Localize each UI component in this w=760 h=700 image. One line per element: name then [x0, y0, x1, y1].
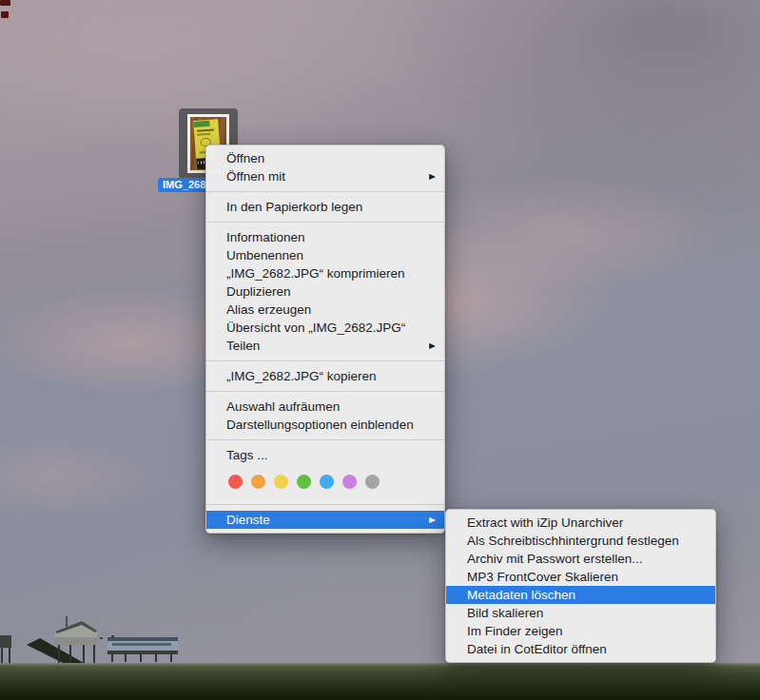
menu-separator — [206, 191, 444, 192]
menu-item-show-view-options[interactable]: Darstellungsoptionen einblenden — [206, 416, 444, 434]
menu-item-copy[interactable]: „IMG_2682.JPG“ kopieren — [206, 367, 444, 385]
submenu-item-open-in-coteditor[interactable]: Datei in CotEditor öffnen — [446, 640, 715, 658]
menu-item-make-alias[interactable]: Alias erzeugen — [206, 301, 444, 319]
menu-item-share[interactable]: Teilen ▶ — [206, 337, 444, 355]
menu-item-rename[interactable]: Umbenennen — [206, 246, 444, 264]
menu-item-get-info[interactable]: Informationen — [206, 228, 444, 246]
menu-separator — [206, 439, 444, 440]
submenu-item-create-password-archive[interactable]: Archiv mit Passwort erstellen... — [446, 550, 715, 568]
tag-color-purple-icon[interactable] — [342, 475, 357, 489]
submenu-item-extract-izip[interactable]: Extract with iZip Unarchiver — [446, 514, 715, 532]
submenu-arrow-icon: ▶ — [429, 512, 436, 528]
menu-separator — [206, 222, 444, 223]
desktop-edge-artifact — [1, 11, 9, 18]
submenu-item-show-in-finder[interactable]: Im Finder zeigen — [446, 622, 715, 640]
wallpaper-stilt-houses — [0, 609, 190, 666]
menu-item-open[interactable]: Öffnen — [206, 149, 444, 167]
submenu-item-set-desktop-picture[interactable]: Als Schreibtischhintergrund festlegen — [446, 532, 715, 550]
menu-item-compress[interactable]: „IMG_2682.JPG“ komprimieren — [206, 264, 444, 282]
tag-color-yellow-icon[interactable] — [274, 475, 288, 489]
tag-color-orange-icon[interactable] — [251, 475, 265, 489]
submenu-arrow-icon: ▶ — [429, 338, 436, 354]
menu-separator — [206, 504, 444, 505]
wallpaper-marsh-grass — [0, 663, 760, 700]
menu-item-tags[interactable]: Tags ... — [206, 446, 444, 464]
menu-item-quick-look[interactable]: Übersicht von „IMG_2682.JPG“ — [206, 319, 444, 337]
menu-item-clean-up-selection[interactable]: Auswahl aufräumen — [206, 398, 444, 416]
menu-item-services[interactable]: Dienste ▶ — [206, 511, 444, 529]
menu-item-duplicate[interactable]: Duplizieren — [206, 282, 444, 301]
submenu-arrow-icon: ▶ — [429, 168, 436, 185]
menu-separator — [206, 360, 444, 361]
submenu-item-delete-metadata[interactable]: Metadaten löschen — [446, 586, 715, 604]
tag-color-row — [206, 464, 444, 498]
menu-item-move-to-trash[interactable]: In den Papierkorb legen — [206, 198, 444, 216]
menu-separator — [206, 391, 444, 392]
menu-item-open-with[interactable]: Öffnen mit ▶ — [206, 167, 444, 185]
submenu-item-mp3-frontcover-scale[interactable]: MP3 FrontCover Skalieren — [446, 568, 715, 586]
tag-color-gray-icon[interactable] — [365, 475, 380, 489]
services-submenu: Extract with iZip Unarchiver Als Schreib… — [445, 509, 716, 663]
tag-color-red-icon[interactable] — [228, 475, 243, 489]
tag-color-blue-icon[interactable] — [320, 475, 334, 489]
submenu-item-scale-image[interactable]: Bild skalieren — [446, 604, 715, 622]
context-menu: Öffnen Öffnen mit ▶ In den Papierkorb le… — [205, 145, 445, 534]
tag-color-green-icon[interactable] — [297, 475, 311, 489]
desktop-edge-artifact — [0, 0, 10, 6]
